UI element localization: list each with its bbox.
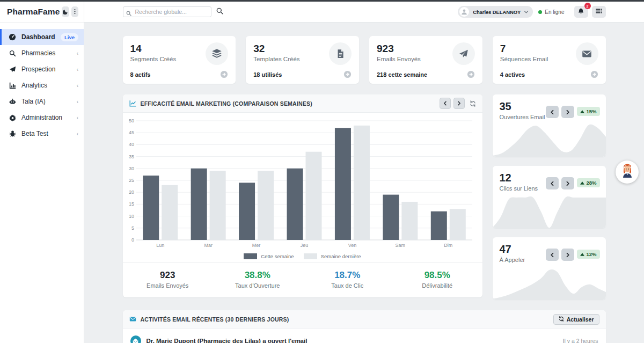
dark-mode-button[interactable]: [62, 6, 69, 17]
chevron-left-icon: ‹: [77, 99, 78, 105]
search-input[interactable]: [123, 6, 211, 17]
trend-badge: 15%: [577, 107, 599, 116]
activity-row[interactable]: Dr. Marie Dupont (Pharmacie des Lilas) a…: [123, 329, 606, 343]
search-icon: [126, 9, 131, 18]
triangle-up-icon: [580, 110, 584, 113]
search-submit-button[interactable]: [216, 8, 223, 16]
chart-stat-label: Emails Envoyés: [123, 282, 213, 289]
notifications-button[interactable]: 2: [574, 6, 588, 18]
chart-stat-value: 98.5%: [392, 270, 482, 281]
sidebar-item-dashboard[interactable]: Dashboard Live: [0, 29, 84, 45]
bar-chart-icon: [9, 82, 16, 89]
stat-card-emails[interactable]: 923 Emails Envoyés 218 cette semaine: [369, 36, 482, 84]
trend-value: 15%: [586, 108, 596, 114]
chevron-left-icon: ‹: [77, 83, 78, 89]
stat-label: Segments Créés: [130, 56, 177, 62]
stat-label: Emails Envoyés: [377, 56, 421, 62]
svg-text:Mer: Mer: [252, 243, 260, 248]
svg-text:50: 50: [128, 118, 134, 123]
sidebar-item-tala-ia[interactable]: Tala (IA) ‹: [0, 93, 84, 110]
sparkline-area-chart: [493, 265, 606, 300]
chart-panel-header: EFFICACITÉ EMAIL MARKETING (COMPARAISON …: [123, 94, 482, 113]
sidebar-item-beta-test[interactable]: Beta Test ‹: [0, 126, 84, 142]
stat-footer-text: 18 utilisés: [253, 71, 282, 78]
bug-icon: [9, 130, 16, 137]
chevron-left-icon: ‹: [77, 50, 78, 56]
send-icon: [452, 42, 475, 65]
legend-label: Cette semaine: [261, 253, 294, 259]
recent-activities-panel: ACTIVITÉS EMAIL RÉCENTES (30 DERNIERS JO…: [123, 310, 606, 343]
chart-stat-value: 18.7%: [303, 270, 393, 281]
activity-title: Dr. Marie Dupont (Pharmacie des Lilas) a…: [147, 338, 563, 343]
stat-value: 923: [377, 43, 421, 55]
kpi-prev-button[interactable]: [546, 249, 559, 261]
user-name: Charles DELANNOY: [473, 9, 521, 15]
svg-text:Jeu: Jeu: [300, 243, 308, 248]
svg-text:15: 15: [128, 201, 134, 207]
sidebar-item-analytics[interactable]: Analytics ‹: [0, 77, 84, 93]
activity-time: Il y a 2 heures: [563, 338, 598, 343]
trend-value: 12%: [586, 251, 596, 257]
chart-stat-delivrabilite: 98.5% Délivrabilité: [392, 270, 482, 289]
brand-row: PharmaFame: [0, 2, 84, 23]
chart-next-button[interactable]: [453, 98, 465, 109]
stat-card-segments[interactable]: 14 Segments Créés 8 actifs: [123, 36, 236, 84]
kpi-column: 35 Ouvertures Email: [493, 94, 606, 300]
stat-value: 7: [500, 43, 548, 55]
sparkline-area-chart: [493, 196, 606, 228]
user-avatar-icon: [459, 7, 469, 17]
chart-stat-label: Taux d'Ouverture: [213, 282, 303, 289]
stat-card-templates[interactable]: 32 Templates Créés 18 utilisés: [246, 36, 359, 84]
kpi-next-button[interactable]: [561, 249, 574, 261]
svg-text:5: 5: [131, 225, 134, 231]
trend-badge: 28%: [577, 178, 599, 187]
sidebar-item-label: Analytics: [21, 82, 77, 89]
list-icon: [595, 8, 603, 16]
chart-prev-button[interactable]: [440, 98, 451, 109]
sidebar-item-label: Pharmacies: [21, 49, 77, 57]
triangle-up-icon: [580, 181, 584, 185]
sidebar-item-label: Administration: [21, 114, 77, 121]
kpi-next-button[interactable]: [561, 106, 574, 118]
kpi-label: Ouvertures Email: [500, 114, 545, 120]
paper-plane-icon: [9, 65, 16, 73]
sidebar-item-pharmacies[interactable]: Pharmacies ‹: [0, 45, 84, 61]
moon-icon: [63, 8, 69, 16]
kpi-prev-button[interactable]: [546, 106, 559, 118]
layers-icon: [206, 42, 228, 65]
activity-menu-button[interactable]: [592, 6, 606, 18]
chevron-left-icon: ‹: [77, 115, 78, 121]
stat-footer-text: 4 actives: [500, 71, 525, 78]
sidebar-item-label: Beta Test: [21, 130, 77, 137]
magnifier-icon: [9, 49, 16, 57]
arrow-circle-icon: [220, 70, 228, 78]
assistant-avatar-button[interactable]: [616, 160, 639, 184]
online-label: En ligne: [545, 9, 564, 15]
speedometer-icon: [9, 33, 16, 41]
svg-text:40: 40: [128, 142, 134, 147]
header-right-cluster: Charles DELANNOY En ligne 2: [458, 6, 605, 18]
chart-stat-ouverture: 38.8% Taux d'Ouverture: [213, 270, 303, 289]
stat-footer-text: 8 actifs: [130, 71, 151, 78]
sidebar-options-button[interactable]: [71, 6, 78, 17]
activities-panel-title: ACTIVITÉS EMAIL RÉCENTES (30 DERNIERS JO…: [141, 316, 553, 323]
stat-card-sequences[interactable]: 7 Séquences Email 4 actives: [493, 36, 606, 84]
sidebar-item-prospection[interactable]: Prospection ‹: [0, 61, 84, 77]
svg-text:10: 10: [128, 214, 134, 219]
user-menu[interactable]: Charles DELANNOY: [458, 6, 533, 18]
top-header: Charles DELANNOY En ligne 2: [84, 2, 644, 23]
sidebar-item-administration[interactable]: Administration ‹: [0, 110, 84, 126]
stat-cards-row: 14 Segments Créés 8 actifs: [123, 36, 606, 84]
kpi-label: À Appeler: [500, 257, 525, 263]
kpi-next-button[interactable]: [561, 177, 574, 189]
refresh-icon[interactable]: [470, 100, 476, 107]
refresh-button[interactable]: Actualiser: [553, 314, 599, 325]
robot-icon: [9, 98, 16, 105]
svg-text:0: 0: [131, 237, 134, 243]
kpi-prev-button[interactable]: [546, 177, 559, 189]
svg-text:30: 30: [128, 166, 134, 171]
legend-swatch: [304, 253, 317, 259]
chart-stat-emails: 923 Emails Envoyés: [123, 270, 213, 289]
stat-label: Séquences Email: [500, 56, 548, 62]
file-icon: [329, 42, 352, 65]
